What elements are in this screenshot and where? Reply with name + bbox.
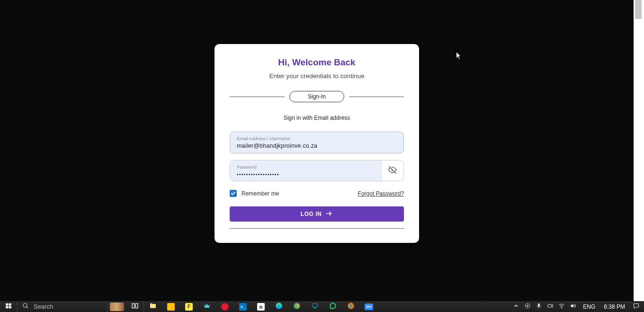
- email-input[interactable]: [237, 142, 397, 150]
- folder-icon: [149, 302, 157, 311]
- taskbar-right: ENG 6:38 PM: [512, 301, 644, 312]
- toggle-password-visibility-button[interactable]: [382, 160, 403, 181]
- taskbar-search[interactable]: Search: [17, 301, 108, 312]
- clock[interactable]: 6:38 PM: [601, 303, 628, 310]
- check-icon: [231, 189, 236, 198]
- camera-icon: [547, 303, 554, 311]
- taskbar-app-quickassist[interactable]: [306, 301, 324, 312]
- svg-point-16: [349, 304, 353, 308]
- browser-icon: [347, 302, 355, 311]
- svg-rect-3: [6, 306, 8, 309]
- task-view-icon: [131, 302, 139, 311]
- taskbar-app-taskview[interactable]: [126, 301, 144, 312]
- sign-in-pill[interactable]: Sign-In: [289, 91, 344, 102]
- svg-rect-7: [132, 303, 134, 308]
- location-icon: [524, 303, 531, 311]
- svg-rect-4: [9, 306, 11, 309]
- tray-microphone[interactable]: [535, 303, 543, 311]
- bottom-divider: [230, 228, 404, 229]
- taskbar-left: Search: [0, 301, 108, 312]
- tray-wifi[interactable]: [557, 303, 566, 311]
- language-indicator[interactable]: ENG: [580, 303, 598, 310]
- eye-off-icon: [388, 165, 397, 177]
- svg-rect-14: [313, 308, 316, 308]
- signin-method-label: Sign in with Email address: [230, 115, 404, 121]
- mouse-cursor: [456, 51, 462, 62]
- app-icon: F: [185, 303, 193, 311]
- password-label: Password: [237, 164, 375, 169]
- powershell-icon: >_: [239, 303, 247, 311]
- taskbar-search-placeholder: Search: [34, 303, 53, 310]
- volume-icon: [570, 303, 576, 311]
- svg-point-18: [527, 305, 528, 306]
- notification-icon: [633, 303, 640, 311]
- tray-camera[interactable]: [546, 303, 555, 311]
- edge-icon: [275, 302, 283, 311]
- search-icon: [22, 303, 29, 311]
- chrome-icon: [293, 302, 301, 311]
- login-button[interactable]: LOG IN: [230, 206, 404, 222]
- taskbar-apps: F >_ n zm: [108, 301, 378, 312]
- login-title: Hi, Welcome Back: [230, 57, 404, 68]
- password-input[interactable]: [237, 171, 375, 178]
- tray-chevron-up[interactable]: [512, 303, 520, 311]
- email-field-wrap[interactable]: Email Address / Username: [230, 132, 404, 153]
- taskbar-app-yellow[interactable]: [162, 301, 180, 312]
- taskbar-app-edge[interactable]: [270, 301, 288, 312]
- svg-point-5: [23, 303, 27, 307]
- painting-icon: [110, 303, 124, 311]
- tray-location[interactable]: [523, 303, 532, 311]
- login-subtitle: Enter your credentials to continue: [230, 72, 404, 80]
- taskbar-app-chrome[interactable]: [288, 301, 306, 312]
- arrow-right-icon: [325, 210, 333, 219]
- remember-label: Remember me: [242, 190, 279, 197]
- taskbar-app-yellow2[interactable]: F: [180, 301, 198, 312]
- remember-left: Remember me: [230, 190, 279, 197]
- taskbar-app-zoom[interactable]: zm: [360, 301, 378, 312]
- whatsapp-icon: [329, 302, 337, 311]
- svg-rect-19: [538, 303, 540, 306]
- taskbar: Search F >_ n zm ENG 6:38 PM: [0, 301, 644, 312]
- taskbar-app-crown[interactable]: [198, 301, 216, 312]
- app-icon: [167, 303, 175, 311]
- taskbar-app-painting[interactable]: [108, 301, 126, 312]
- taskbar-app-powershell[interactable]: >_: [234, 301, 252, 312]
- inner-scrollbar-thumb[interactable]: [635, 0, 642, 19]
- app-background: Hi, Welcome Back Enter your credentials …: [0, 0, 634, 301]
- taskbar-app-whatsapp[interactable]: [324, 301, 342, 312]
- crown-icon: [203, 302, 211, 311]
- wifi-icon: [558, 303, 565, 311]
- zoom-icon: zm: [365, 303, 373, 310]
- taskbar-app-browser[interactable]: [342, 301, 360, 312]
- svg-rect-13: [313, 303, 318, 307]
- remember-row: Remember me Forgot Password?: [230, 190, 404, 197]
- svg-rect-8: [135, 303, 138, 308]
- inner-scrollbar[interactable]: [634, 0, 644, 301]
- opera-icon: [221, 303, 229, 311]
- remember-checkbox[interactable]: [230, 190, 237, 197]
- forgot-password-link[interactable]: Forgot Password?: [358, 190, 404, 197]
- taskbar-app-explorer[interactable]: [144, 301, 162, 312]
- taskbar-app-notion[interactable]: n: [252, 301, 270, 312]
- svg-rect-20: [548, 304, 552, 307]
- email-label: Email Address / Username: [237, 136, 397, 141]
- taskbar-app-opera[interactable]: [216, 301, 234, 312]
- login-button-label: LOG IN: [301, 211, 322, 217]
- svg-point-21: [562, 308, 562, 308]
- svg-rect-1: [6, 303, 8, 306]
- notion-icon: n: [257, 303, 265, 311]
- microphone-icon: [536, 303, 542, 311]
- password-field-inner[interactable]: Password: [230, 160, 382, 181]
- svg-rect-2: [9, 303, 11, 306]
- login-card: Hi, Welcome Back Enter your credentials …: [215, 44, 419, 243]
- divider-line: [349, 97, 404, 97]
- windows-icon: [5, 303, 12, 311]
- start-button[interactable]: [0, 301, 17, 312]
- divider-line: [230, 97, 285, 97]
- tray-volume[interactable]: [569, 303, 577, 311]
- quick-assist-icon: [311, 302, 319, 311]
- divider-row: Sign-In: [230, 91, 404, 102]
- password-field-wrap: Password: [230, 160, 404, 181]
- chevron-up-icon: [513, 303, 519, 311]
- action-center-button[interactable]: [631, 303, 641, 311]
